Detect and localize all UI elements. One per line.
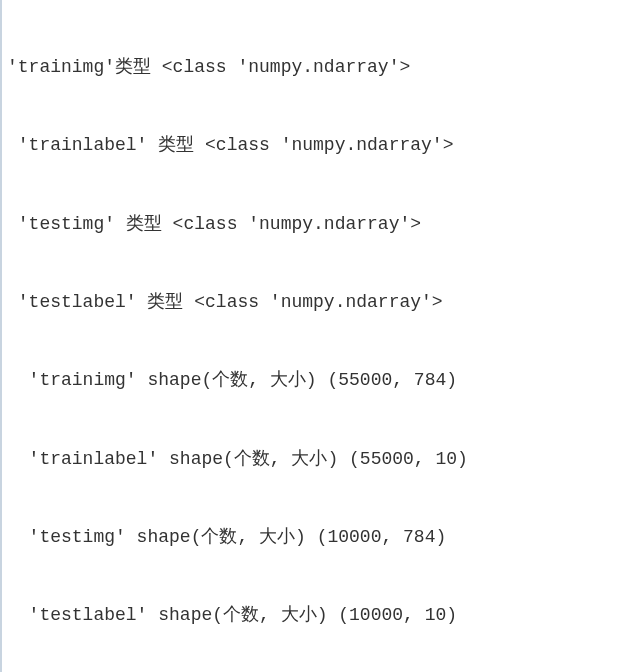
- output-line: 'testlabel' shape(个数, 大小) (10000, 10): [7, 602, 635, 628]
- output-line: 'trainimg'类型 <class 'numpy.ndarray'>: [7, 54, 635, 80]
- output-line: 'trainimg' shape(个数, 大小) (55000, 784): [7, 367, 635, 393]
- output-line: 'trainlabel' shape(个数, 大小) (55000, 10): [7, 446, 635, 472]
- console-output: 'trainimg'类型 <class 'numpy.ndarray'> 'tr…: [2, 0, 640, 672]
- output-line: 'trainlabel' 类型 <class 'numpy.ndarray'>: [7, 132, 635, 158]
- output-line: 'testlabel' 类型 <class 'numpy.ndarray'>: [7, 289, 635, 315]
- output-line: 'testimg' shape(个数, 大小) (10000, 784): [7, 524, 635, 550]
- output-line: 'testimg' 类型 <class 'numpy.ndarray'>: [7, 211, 635, 237]
